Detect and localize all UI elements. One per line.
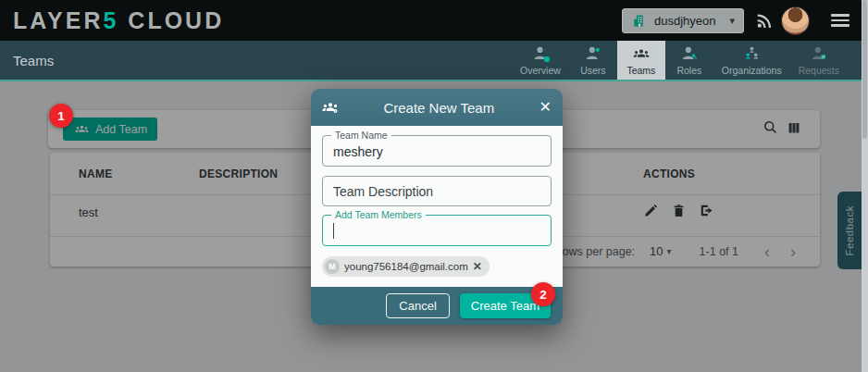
annotation-step-2: 2 (531, 282, 555, 306)
scrollbar-thumb[interactable] (862, 0, 867, 139)
team-name-label: Team Name (331, 130, 391, 141)
tab-teams[interactable]: Teams (617, 41, 665, 80)
tab-organizations[interactable]: Organizations (713, 41, 790, 80)
modal-footer: Cancel Create Team (311, 287, 563, 325)
person-badge-icon (532, 45, 549, 62)
tab-label: Organizations (722, 65, 782, 76)
tab-label: Users (580, 65, 605, 76)
tab-overview[interactable]: Overview (512, 41, 569, 80)
page-title: Teams (0, 53, 54, 68)
tab-label: Teams (626, 65, 655, 76)
org-selector-value: dusdjhyeon (654, 14, 716, 28)
member-avatar: M (325, 259, 340, 274)
modal-header: Create New Team ✕ (311, 89, 563, 126)
add-team-members-field[interactable]: Add Team Members (322, 215, 552, 246)
member-chip: M young756184@gmail.com ✕ (322, 256, 490, 277)
group-gear-icon (322, 99, 339, 116)
menu-icon[interactable] (831, 14, 849, 27)
team-description-field[interactable]: Team Description (322, 176, 552, 206)
nav-tabs: Overview Users Teams Roles (512, 41, 868, 80)
page-nav-bar: Teams Overview Users Teams (0, 41, 868, 81)
top-app-bar: LAYER5CLOUD dusdjhyeon ▾ (0, 0, 868, 41)
text-cursor (333, 223, 334, 239)
modal-title: Create New Team (339, 100, 539, 116)
org-hierarchy-icon (743, 45, 760, 62)
tab-label: Overview (520, 65, 561, 76)
tab-label: Requests (799, 65, 839, 76)
layer5-cloud-logo: LAYER5CLOUD (13, 7, 224, 34)
tab-users[interactable]: Users (569, 41, 617, 80)
org-selector-dropdown[interactable]: dusdjhyeon ▾ (622, 8, 744, 33)
person-check-icon (811, 45, 827, 62)
cancel-button[interactable]: Cancel (386, 293, 449, 318)
tab-roles[interactable]: Roles (665, 41, 713, 80)
chevron-down-icon: ▾ (729, 15, 735, 27)
annotation-step-1: 1 (49, 104, 73, 128)
member-email: young756184@gmail.com (344, 261, 468, 272)
tab-requests[interactable]: Requests (790, 41, 848, 80)
notifications-broadcast-icon[interactable] (756, 12, 773, 29)
group-icon (633, 45, 650, 62)
team-description-placeholder: Team Description (323, 177, 551, 199)
member-chip-row: M young756184@gmail.com ✕ (322, 256, 552, 277)
close-icon[interactable]: ✕ (539, 100, 552, 115)
remove-member-icon[interactable]: ✕ (473, 261, 482, 272)
scrollbar[interactable] (862, 0, 868, 372)
add-team-members-label: Add Team Members (331, 209, 426, 220)
modal-body: Team Name meshery Team Description Add T… (311, 126, 563, 287)
person-dot-icon (585, 45, 601, 62)
tab-label: Roles (676, 65, 701, 76)
create-team-modal: Create New Team ✕ Team Name meshery Team… (311, 89, 563, 325)
team-name-field[interactable]: Team Name meshery (322, 135, 552, 167)
user-avatar[interactable] (782, 7, 809, 34)
person-key-icon (681, 45, 698, 62)
building-icon (631, 12, 648, 29)
